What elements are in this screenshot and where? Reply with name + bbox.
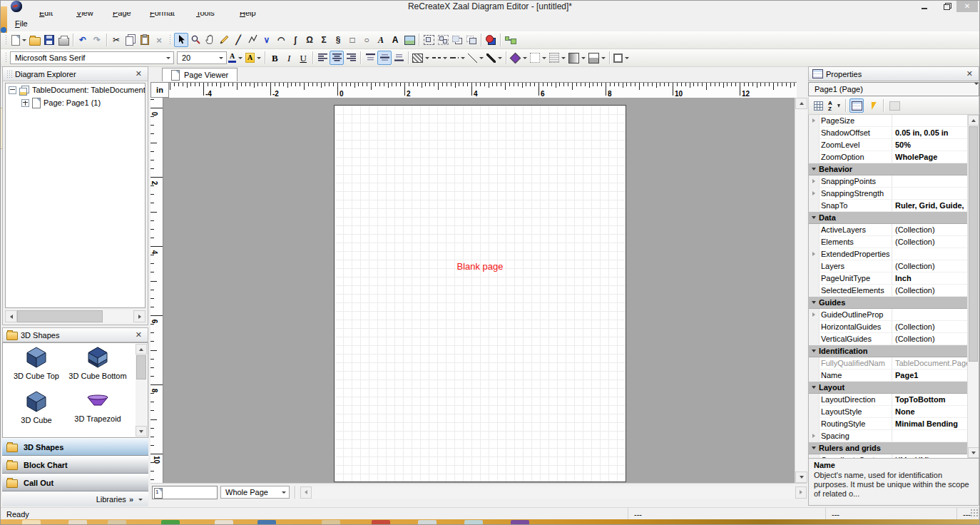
property-value[interactable]: 0.05 in, 0.05 in [892,127,967,138]
taskbar-app-icon[interactable] [418,520,437,525]
dash-style-button[interactable] [431,51,449,65]
expand-icon[interactable] [812,179,815,183]
property-row[interactable]: GuideOutlineProp [809,309,967,321]
property-value[interactable]: 50% [892,139,967,151]
scroll-thumb[interactable] [969,126,978,362]
align-center-button[interactable] [330,51,344,65]
menu-item-file[interactable]: File [11,18,32,29]
page-number-box[interactable]: 1 [152,486,218,499]
valign-bottom-button[interactable] [392,51,406,65]
property-value[interactable] [892,188,967,199]
property-row[interactable]: HorizontalGuides(Collection) [809,321,967,333]
rectangle-tool-button[interactable]: □ [345,33,359,47]
alphabetical-button[interactable] [827,98,842,113]
cut-button[interactable]: ✂ [109,33,123,47]
new-document-button[interactable] [10,33,28,47]
copy-button[interactable] [123,33,138,47]
property-category[interactable]: Guides [809,297,967,309]
shadow-style-button[interactable] [612,51,631,65]
property-value[interactable]: (Collection) [892,224,967,235]
taskbar-app-icon[interactable] [322,520,340,525]
image-tool-button[interactable] [402,33,417,47]
connector-tool-button[interactable] [503,33,517,47]
explorer-h-scrollbar[interactable] [5,310,146,322]
menu-item-format[interactable]: Format [146,12,179,19]
line-weight-button[interactable] [485,51,504,65]
property-value[interactable]: Inch [892,272,967,284]
ink-color-button[interactable] [509,51,529,65]
s-curve-tool-button[interactable]: ʃ [288,33,302,47]
scroll-up-icon[interactable] [968,115,979,126]
zoom-mode-select[interactable]: Whole Page [220,486,290,499]
shape-group-call-out[interactable]: Call Out [2,474,148,491]
properties-view-button[interactable] [849,98,864,113]
menu-item-tools[interactable]: Tools [192,12,219,19]
property-row[interactable]: ShadowOffset0.05 in, 0.05 in [809,127,967,139]
drawing-canvas[interactable]: Blank page [163,98,795,483]
shape-group-block-chart[interactable]: Block Chart [2,456,148,474]
property-value[interactable]: (Collection) [892,321,967,332]
shapes-v-scrollbar[interactable] [136,344,147,437]
print-button[interactable] [56,33,71,47]
undo-button[interactable]: ↶ [76,33,90,47]
stencil-cube-top[interactable]: 3D Cube Top [6,346,67,380]
property-value[interactable]: (Collection) [892,333,967,345]
property-row[interactable]: PageUnitTypeInch [809,272,967,285]
arc-tool-button[interactable]: ◠ [274,33,288,47]
line-style-button[interactable] [449,51,466,65]
property-row[interactable]: SnappingStrength [809,188,967,200]
ellipse-tool-button[interactable]: ○ [359,33,374,47]
page-surface[interactable]: Blank page [334,105,626,482]
bold-button[interactable]: B [267,51,282,65]
open-button[interactable] [28,33,42,47]
line-thin-button[interactable] [466,51,485,65]
scroll-down-icon[interactable] [968,447,979,458]
loop-curve-tool-button[interactable]: Ω [302,33,317,47]
underline-button[interactable]: U [296,51,310,65]
property-value[interactable] [892,430,967,442]
close-panel-icon[interactable]: ✕ [964,69,975,78]
property-value[interactable]: WholePage [892,151,967,163]
delete-button[interactable]: × [152,33,166,47]
canvas-v-scrollbar[interactable] [795,98,807,483]
scroll-right-icon[interactable] [133,310,146,322]
scroll-right-icon[interactable] [795,486,807,499]
valign-top-button[interactable] [363,51,377,65]
shape-group-3d-shapes[interactable]: 3D Shapes [2,438,148,456]
select-tool-button[interactable] [174,33,188,47]
group-button[interactable] [422,33,436,47]
property-value[interactable]: XMaxYMin [892,454,967,459]
events-button[interactable] [865,98,879,113]
panel-grip-icon[interactable] [6,70,12,78]
expand-icon[interactable] [812,191,815,195]
resize-grip[interactable] [970,509,979,517]
property-value[interactable]: Ruler, Grid, Guide, [892,200,967,211]
taskbar-app-icon[interactable] [161,520,180,525]
menu-item-page[interactable]: Page [108,12,136,19]
align-right-button[interactable] [344,51,358,65]
redo-button[interactable]: ↷ [90,33,104,47]
canvas-h-scrollbar[interactable] [300,486,807,499]
categorized-button[interactable] [811,98,825,113]
scroll-left-icon[interactable] [300,486,312,499]
valign-middle-button[interactable] [377,51,392,65]
expand-icon[interactable] [812,434,815,438]
property-value[interactable] [892,115,967,126]
property-value[interactable]: Minimal Bending [892,418,967,429]
curve-tool-button[interactable]: ∨ [260,33,274,47]
property-value[interactable]: (Collection) [892,285,967,296]
freeform-tool-button[interactable]: § [331,33,345,47]
menu-item-view[interactable]: View [72,12,98,19]
libraries-bar[interactable]: Libraries » [2,491,148,506]
font-color-button[interactable]: A [227,51,244,65]
polyline-tool-button[interactable] [245,33,260,47]
highlight-color-button[interactable]: A [244,51,262,65]
italic-button[interactable]: I [282,51,296,65]
property-value[interactable]: TopToBottom [892,394,967,405]
property-row[interactable]: LayoutDirectionTopToBottom [809,394,967,406]
line-tool-button[interactable]: ╱ [231,33,245,47]
scroll-left-icon[interactable] [5,310,17,322]
property-row[interactable]: RoutingStyleMinimal Bending [809,418,967,430]
save-button[interactable] [42,33,56,47]
property-category[interactable]: Rulers and grids [809,442,967,454]
